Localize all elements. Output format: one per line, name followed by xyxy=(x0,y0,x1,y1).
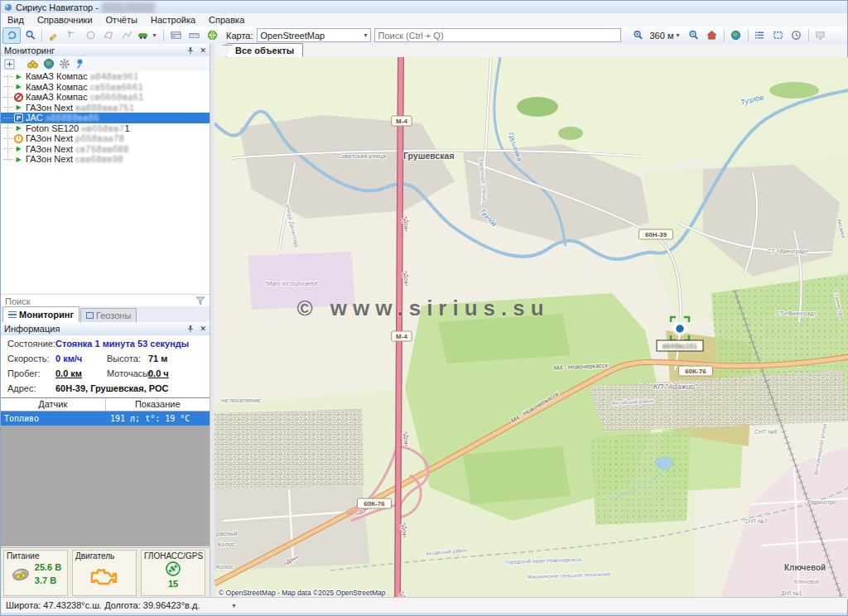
window-title-blurred: ████ █████ xyxy=(102,2,154,12)
move-geozone-button-disabled[interactable] xyxy=(63,27,81,44)
road-shield: М-4 xyxy=(392,116,412,126)
value-col-header: Показание xyxy=(106,398,210,411)
state-value: Стоянка 1 минута 53 секунды xyxy=(55,339,189,349)
traffic-globe-icon xyxy=(206,29,219,41)
hours-value[interactable]: 0.0 ч xyxy=(148,368,169,378)
search-input[interactable] xyxy=(374,28,621,42)
vehicle-name: JAC xyxy=(26,113,46,123)
menu-item[interactable]: Справочники xyxy=(31,15,99,25)
home-button[interactable] xyxy=(703,27,721,44)
earth-icon xyxy=(730,29,742,41)
mileage-value[interactable]: 0.0 км xyxy=(55,368,107,378)
road-shield: 60Н-39 xyxy=(639,229,673,239)
list-icon xyxy=(754,29,766,41)
tree-item[interactable]: ▶Foton SE120 нвб58вв71 xyxy=(1,123,210,134)
map-svg[interactable]: © www.sirius.su ГрушевскаяСоветская улиц… xyxy=(214,57,848,599)
polyline-geozone-button-disabled[interactable] xyxy=(118,27,136,44)
tab-geozones[interactable]: Геозоны xyxy=(80,308,137,322)
map-select[interactable]: OpenStreetMap ▾ xyxy=(257,28,371,42)
tree-item[interactable]: ▶ГАЗон Next ва888ввв751 xyxy=(1,103,210,113)
status-blocked-icon xyxy=(14,93,23,102)
sensor-value: 191 л; t°: 19 °C xyxy=(105,414,190,423)
status-idle-icon xyxy=(14,134,23,143)
zoom-out-button[interactable] xyxy=(685,27,703,44)
find-on-map-button[interactable] xyxy=(21,27,39,44)
vehicle-tree: ▶КамАЗ Компас а848вв961▶КамАЗ Компас св5… xyxy=(1,71,210,294)
tree-item[interactable]: ▶ГАЗон Next сввб8вв98 xyxy=(1,154,210,165)
measure-button[interactable] xyxy=(185,27,203,44)
tree-search-input[interactable] xyxy=(1,296,194,307)
map-label: Колос xyxy=(218,541,235,548)
zoom-in-button[interactable] xyxy=(629,27,648,44)
menu-item[interactable]: Отчёты xyxy=(99,15,144,25)
circle-geozone-button-disabled[interactable] xyxy=(81,27,99,44)
tree-item[interactable]: ГАЗон Next рб58ваа78 xyxy=(1,133,210,144)
pin-icon[interactable] xyxy=(186,325,195,333)
vehicle-name: ГАЗон Next xyxy=(26,133,75,143)
menu-item[interactable]: Настройка xyxy=(144,15,202,25)
close-icon[interactable]: ✕ xyxy=(200,325,206,333)
polygon-icon xyxy=(103,29,115,41)
gauges-strip: Питание 25.6 В 3.7 В xyxy=(1,547,210,599)
sensor-name: Топливо xyxy=(1,414,105,423)
screen-button-disabled[interactable] xyxy=(812,27,830,44)
tree-item[interactable]: ▶ГАЗон Next св758ввб88 xyxy=(1,144,210,155)
tree-item[interactable]: КамАЗ Компас свб6б8ва61 xyxy=(1,92,210,103)
monitoring-panel: Мониторинг ✕ xyxy=(1,44,210,598)
monitoring-panel-title: Мониторинг xyxy=(4,46,55,55)
tracking-icon[interactable] xyxy=(75,58,85,70)
address-value: 60Н-39, Грушевская, РОС xyxy=(55,383,168,393)
polygon-geozone-button-disabled[interactable] xyxy=(99,27,118,44)
vehicle-menu-button[interactable]: ▾ xyxy=(136,27,161,44)
tree-connector xyxy=(3,118,13,118)
history-button[interactable] xyxy=(788,27,806,44)
vehicle-name: Foton SE120 xyxy=(26,123,81,133)
binoculars-icon[interactable] xyxy=(26,59,39,70)
pin-icon[interactable] xyxy=(186,46,195,55)
vehicle-name: КамАЗ Компас xyxy=(26,71,90,81)
menu-item[interactable]: Справка xyxy=(202,15,251,25)
status-moving-icon: ▶ xyxy=(14,82,23,91)
tab-monitoring[interactable]: Мониторинг xyxy=(2,306,80,322)
toolbar-separator xyxy=(163,29,164,41)
select-region-button[interactable] xyxy=(769,27,788,44)
menu-item[interactable]: Вид xyxy=(1,15,31,25)
edit-geozone-button[interactable] xyxy=(45,27,63,44)
filter-funnel-icon[interactable] xyxy=(194,296,207,306)
close-icon[interactable]: ✕ xyxy=(200,46,206,55)
map-canvas[interactable]: © www.sirius.su ГрушевскаяСоветская улиц… xyxy=(214,57,847,598)
map-select-label: Карта: xyxy=(226,31,253,41)
traffic-button[interactable] xyxy=(203,27,221,44)
tree-item[interactable]: ▶КамАЗ Компас а848вв961 xyxy=(1,71,210,82)
map-label: СТ «Виноград» xyxy=(768,248,809,255)
voltage-backup: 3.7 В xyxy=(35,575,61,585)
sensor-row[interactable]: Топливо191 л; t°: 19 °C xyxy=(1,411,210,426)
route-panel-button[interactable] xyxy=(166,27,185,44)
status-moving-icon: ▶ xyxy=(14,123,23,132)
map-label: «Дон» xyxy=(402,271,409,286)
tree-connector xyxy=(3,86,13,87)
coords-dropdown-caret[interactable]: ▾ xyxy=(229,602,238,609)
map-tab-label: Все объекты xyxy=(235,46,294,55)
expand-all-button[interactable] xyxy=(4,59,15,70)
map-tab-all-objects[interactable]: Все объекты xyxy=(226,43,303,57)
earth-button[interactable] xyxy=(727,27,745,44)
refresh-button[interactable] xyxy=(2,27,21,44)
polyline-icon xyxy=(121,29,133,41)
zoom-scale-select[interactable]: 360 м ▾ xyxy=(648,28,685,42)
map-label: «Дон» xyxy=(401,522,407,538)
tree-item[interactable]: PJAC э88888вв86 xyxy=(1,113,210,123)
gps-satellites-count: 15 xyxy=(144,579,202,589)
vehicle-icon xyxy=(137,29,150,41)
globe-icon[interactable] xyxy=(43,58,55,70)
select-region-icon xyxy=(772,29,784,41)
vehicle-name: КамАЗ Компас xyxy=(26,92,90,102)
list-icon xyxy=(8,311,17,319)
map-label: "Mars Incorporated" xyxy=(264,280,320,287)
tree-item[interactable]: ▶КамАЗ Компас св55вв6661 xyxy=(1,82,210,93)
map-label: Колос xyxy=(216,563,234,570)
vehicle-plate-blurred: а848вв961 xyxy=(90,71,139,81)
vehicle-plate-blurred: сввб8вв98 xyxy=(75,154,123,164)
legend-button[interactable] xyxy=(751,27,769,44)
settings-gear-icon[interactable] xyxy=(59,58,70,70)
